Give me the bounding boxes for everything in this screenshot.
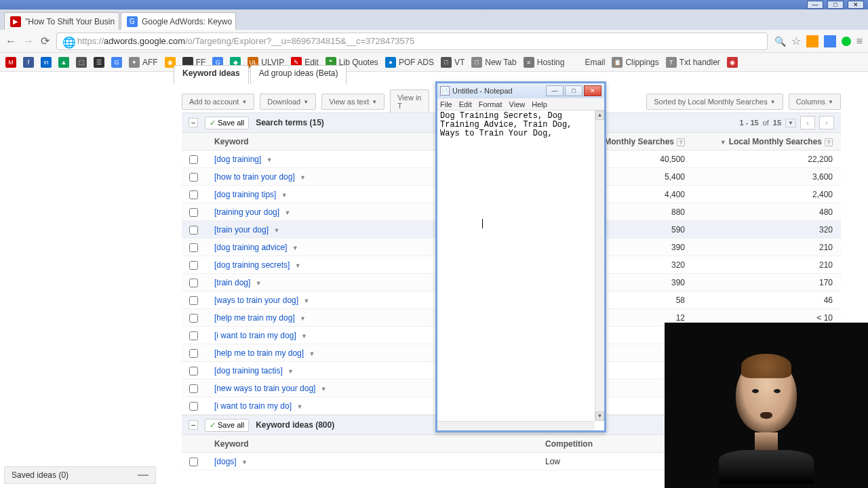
save-all-button[interactable]: ✓Save all [205,419,249,432]
save-all-button[interactable]: ✓Save all [205,117,249,129]
notepad-menu-help[interactable]: Help [532,100,547,108]
scroll-down-icon[interactable]: ▼ [595,411,604,421]
bookmark-item[interactable]: TTxt handler [666,57,720,68]
notepad-menu-format[interactable]: Format [479,100,502,108]
row-checkbox[interactable] [182,401,205,410]
notepad-text-area[interactable]: Dog Training Secrets, Dog Training Advic… [437,110,595,421]
scroll-up-icon[interactable]: ▲ [595,110,604,120]
dropdown-caret-icon[interactable]: ▼ [301,333,307,340]
tab-close-icon[interactable]: × [232,17,236,26]
address-bar[interactable]: 🌐 https://adwords.google.com/o/Targeting… [56,33,768,50]
dropdown-caret-icon[interactable]: ▼ [300,315,306,322]
dropdown-caret-icon[interactable]: ▼ [267,157,273,163]
columns-button[interactable]: Columns▼ [789,94,841,110]
pager-dropdown-icon[interactable]: ▼ [785,119,796,127]
bookmark-item[interactable]: in [41,57,52,68]
add-to-account-button[interactable]: Add to account▼ [182,94,254,110]
window-close-button[interactable]: ✕ [848,1,864,9]
collapse-toggle[interactable]: – [189,420,198,430]
view-as-text-button[interactable]: View as text▼ [321,94,384,110]
row-checkbox[interactable] [182,277,205,287]
sorted-by-button[interactable]: Sorted by Local Monthly Searches▼ [646,94,783,110]
notepad-menu-edit[interactable]: Edit [459,100,472,108]
notepad-close-button[interactable]: ✕ [584,85,601,96]
collapse-icon[interactable]: — [138,469,149,481]
ext-icon[interactable] [842,37,851,46]
pager-next-button[interactable]: › [819,116,834,129]
chrome-menu-icon[interactable]: ≡ [856,35,863,47]
bookmark-item[interactable]: Email [571,57,605,68]
row-checkbox[interactable] [182,171,205,181]
search-icon[interactable]: 🔍 [774,36,786,47]
dropdown-caret-icon[interactable]: ▼ [300,174,306,181]
row-checkbox[interactable] [182,330,205,340]
row-checkbox[interactable] [182,348,205,357]
keyword-link[interactable]: [dogs] ▼ [205,457,542,466]
row-checkbox[interactable] [182,242,205,251]
pager-prev-button[interactable]: ‹ [800,116,815,129]
row-checkbox[interactable] [182,260,205,269]
notepad-scrollbar-vertical[interactable]: ▲ ▼ [595,110,604,421]
help-icon[interactable]: ? [677,138,685,146]
view-in-button[interactable]: View in T [390,89,429,114]
row-checkbox[interactable] [182,189,205,199]
tab-close-icon[interactable]: × [115,17,119,26]
forward-button[interactable]: → [23,35,34,47]
row-checkbox[interactable] [182,207,205,216]
dropdown-caret-icon[interactable]: ▼ [241,459,248,466]
row-checkbox[interactable] [182,154,205,163]
tab-adgroup-ideas[interactable]: Ad group ideas (Beta) [250,65,347,84]
dropdown-caret-icon[interactable]: ▼ [309,350,315,357]
col-keyword[interactable]: Keyword [182,439,542,449]
help-icon[interactable]: ? [825,138,833,146]
saved-ideas-panel[interactable]: Saved ideas (0) — [4,466,156,484]
ext-icon[interactable] [824,35,836,47]
bookmark-item[interactable]: ☰ [94,57,104,68]
bookmark-item[interactable]: □New Tab [471,57,516,68]
dropdown-caret-icon[interactable]: ▼ [256,280,262,287]
back-button[interactable]: ← [5,35,16,47]
notepad-titlebar[interactable]: 📄 Untitled - Notepad — □ ✕ [437,83,604,98]
bookmark-item[interactable]: ✦AFF [129,57,158,68]
dropdown-caret-icon[interactable]: ▼ [295,262,301,269]
row-checkbox[interactable] [182,383,205,392]
ext-icon[interactable] [806,35,818,47]
row-checkbox[interactable] [182,365,205,375]
bookmark-item[interactable]: G [111,57,122,68]
dropdown-caret-icon[interactable]: ▼ [281,192,288,199]
dropdown-caret-icon[interactable]: ▼ [321,386,327,392]
notepad-minimize-button[interactable]: — [546,85,564,96]
reload-button[interactable]: ⟳ [41,35,50,47]
notepad-maximize-button[interactable]: □ [565,85,583,96]
browser-tab-youtube[interactable]: ▶ "How To Shift Your Busin × [4,12,119,30]
window-minimize-button[interactable]: — [807,1,823,9]
notepad-menu-view[interactable]: View [509,100,526,108]
bookmark-item[interactable]: f [23,57,34,68]
download-button[interactable]: Download▼ [260,94,316,110]
bookmark-item[interactable]: ●POF ADS [385,57,434,68]
bookmark-item[interactable]: ⬚ [76,57,87,68]
window-maximize-button[interactable]: □ [827,1,844,9]
notepad-menu-file[interactable]: File [440,100,452,108]
row-checkbox[interactable] [182,295,205,304]
bookmark-item[interactable]: ◉ [727,57,738,68]
collapse-toggle[interactable]: – [189,118,198,127]
bookmark-item[interactable]: ▲ [58,57,69,68]
row-checkbox[interactable] [182,224,205,234]
bookmark-item[interactable]: M [5,57,16,68]
dropdown-caret-icon[interactable]: ▼ [303,298,309,304]
col-local-searches[interactable]: ▼Local Monthly Searches? [705,137,841,146]
notepad-scrollbar-horizontal[interactable] [437,421,595,430]
bookmark-item[interactable]: 📋Clippings [612,57,658,68]
browser-tab-adwords[interactable]: G Google AdWords: Keywo × [121,12,236,30]
bookmark-item[interactable]: □VT [441,57,465,68]
bookmark-star-icon[interactable]: ☆ [791,35,801,47]
row-checkbox[interactable] [182,312,205,322]
notepad-window[interactable]: 📄 Untitled - Notepad — □ ✕ FileEditForma… [435,81,606,432]
dropdown-caret-icon[interactable]: ▼ [292,245,298,251]
dropdown-caret-icon[interactable]: ▼ [296,403,302,410]
row-checkbox[interactable] [182,456,205,466]
dropdown-caret-icon[interactable]: ▼ [284,209,290,216]
dropdown-caret-icon[interactable]: ▼ [273,227,279,234]
dropdown-caret-icon[interactable]: ▼ [288,368,294,375]
